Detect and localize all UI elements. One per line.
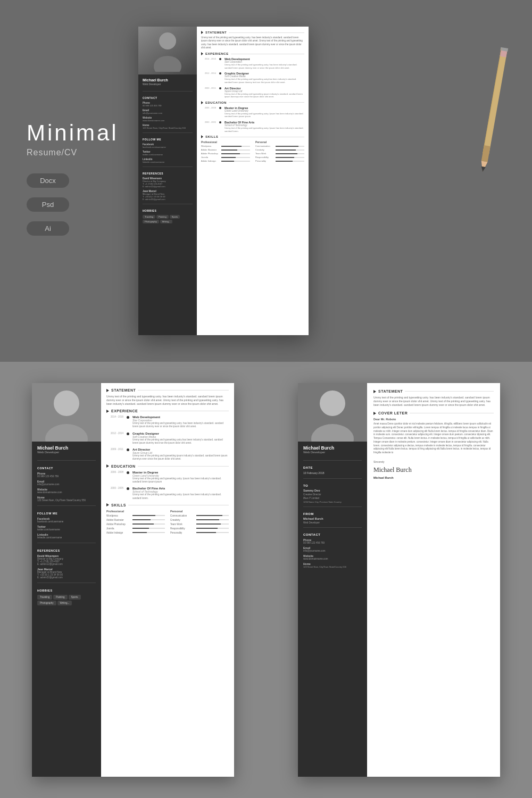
edu-detail-2: Bachelor Of Fine Arts School of Technolo…: [225, 121, 304, 132]
cv-phone: Phone 00 999 123 456 789: [138, 101, 197, 108]
skill-wp: Wordpress: [201, 145, 250, 147]
hobby-tags-main: Traveling Painting Sports Photography Wr…: [138, 213, 197, 225]
skills-header-b: SKILLS: [106, 503, 229, 507]
cv-home-b: Home 123 Street Nam, City/Town State/Cou…: [32, 495, 101, 503]
cv-ref-2: Jean Marcel Manager at Brand New T: +33 …: [138, 189, 197, 202]
chevron-exp-b: [106, 410, 109, 413]
exp-dot-2: [219, 72, 221, 74]
skill-pers: Personality: [255, 160, 304, 162]
chevron-skills: [201, 135, 203, 138]
skills-personal-col: Personal Communication Creativity Team W…: [255, 140, 304, 163]
top-section: Minimal Resume/CV Docx Psd Ai Michael Bu…: [0, 0, 532, 362]
cv-sidebar-bottom-left: Michael Burch Web Developer CONTACT Phon…: [32, 383, 101, 777]
exp-b-1: 2014 - 2016 Web Development Star Corpora…: [106, 415, 229, 429]
statement-header: STATEMENT: [201, 31, 304, 34]
exp-b-3: 2009 - 2011 Art Director Squre Group Ltd…: [106, 448, 229, 461]
cv-sidebar-main: Michael Burch Web Developer CONTACT Phon…: [138, 27, 197, 335]
experience-header: EXPERIENCE: [201, 52, 304, 55]
skills-professional-col: Professional Wordpress Adobe Illustrator…: [201, 140, 250, 163]
edu-b-1: 2006 - 2008 Master in Degree Green Land …: [106, 471, 229, 484]
exp-item-2: 2012 - 2014 Graphic Designer Soft Creati…: [201, 72, 304, 84]
edu-b-2: 2000 - 2005 Bachelor Of Fine Arts School…: [106, 487, 229, 500]
skills-row: Professional Wordpress Adobe Illustrator…: [201, 140, 304, 163]
hobby-photo: Photography: [143, 220, 159, 223]
bottom-right-preview: Michael Burch Web Developer DATE 10 Febr…: [266, 362, 532, 798]
edu-detail-1: Master in Degree Green Land University U…: [225, 106, 304, 118]
product-title: Minimal: [27, 121, 122, 145]
badge-ai: Ai: [27, 221, 69, 236]
cover-letter-content: STATEMENT Ummy text of the printing and …: [367, 383, 500, 777]
edu-dot-1: [219, 107, 221, 109]
svg-rect-4: [481, 145, 491, 162]
skill-joomla: Joomla: [201, 156, 250, 159]
section-line: [229, 32, 304, 33]
cv-linkedin: Linkedin linkedin.com/username: [138, 157, 197, 164]
cl-cover-header: COVER LETER: [373, 411, 494, 415]
references-section-title: REFERENCES: [138, 169, 197, 176]
skill-resp: Responsibility: [255, 156, 304, 159]
exp-dot-1: [219, 58, 221, 60]
resume-preview-bottom-right: Michael Burch Web Developer DATE 10 Febr…: [298, 383, 500, 777]
bottom-section: Michael Burch Web Developer CONTACT Phon…: [0, 362, 532, 798]
svg-point-1: [154, 56, 181, 72]
cl-statement-header: STATEMENT: [373, 389, 494, 393]
skills-line: [220, 137, 304, 137]
skills-header: SKILLS: [201, 135, 304, 138]
skill-comm: Communication: [255, 145, 304, 147]
education-header: EDUCATION: [201, 101, 304, 104]
bottom-left-preview: Michael Burch Web Developer CONTACT Phon…: [0, 362, 266, 798]
exp-dot-3: [219, 87, 221, 89]
svg-point-13: [320, 390, 345, 416]
cv-facebook: Facebook facebook.com/username: [138, 142, 197, 149]
statement-header-b: STATEMENT: [106, 388, 229, 392]
resume-preview-bottom-left: Michael Burch Web Developer CONTACT Phon…: [32, 383, 234, 777]
exp-detail-2: Graphic Designer Soft Creative Media Umm…: [225, 72, 304, 84]
edu-item-2: 2000 - 2005 Bachelor Of Fine Arts School…: [201, 121, 304, 132]
exp-detail-1: Web Development Star Corporation Ummy te…: [225, 57, 304, 69]
chevron-b: [106, 389, 109, 392]
svg-point-10: [54, 390, 79, 416]
edu-dot-2: [219, 121, 221, 123]
hobby-traveling: Traveling: [143, 215, 155, 219]
cv-name-area-b-left: Michael Burch Web Developer: [32, 442, 101, 458]
svg-marker-6: [480, 167, 486, 172]
cv-ref-2-b: Jean Marcel Manager at Brand New T: +33 …: [32, 567, 101, 580]
svg-point-0: [159, 32, 176, 49]
hobby-painting: Painting: [156, 215, 168, 219]
cv-photo-main: [138, 27, 197, 74]
skill-teamwork: Team Work: [255, 152, 304, 155]
hobbies-section-title: HOBBIES: [138, 206, 197, 213]
statement-b: Ummy text of the printing and typesettin…: [106, 395, 229, 406]
cv-linkedin-b: Linkedin linkedin.com/username: [32, 532, 101, 540]
chevron-experience: [201, 52, 203, 55]
cv-email: Email info@yourname.com: [138, 108, 197, 115]
cv-content-main: STATEMENT Ummy text of the printing and …: [197, 27, 309, 335]
pencil-decoration: [484, 43, 516, 202]
chevron-education: [201, 101, 203, 104]
cv-jobtitle-main: Web Developer: [143, 82, 193, 86]
svg-rect-2: [483, 48, 508, 154]
cv-ref-1-b: David Wisemann Director at Big Company T…: [32, 553, 101, 567]
skill-ps: Adobe Photoshop: [201, 152, 250, 155]
cv-home: Home 123 Street Nam, City/Town State/Cou…: [138, 123, 197, 130]
svg-rect-8: [483, 48, 502, 153]
exp-item-1: 2014 - 2016 Web Development Star Corpora…: [201, 57, 304, 69]
cv-photo-b-left: [32, 383, 101, 442]
signature: Michael Burch: [373, 466, 494, 474]
format-badges: Docx Psd Ai: [27, 173, 122, 241]
cv-twitter: Twitter twitter.com/username: [138, 149, 197, 157]
skill-creativity: Creativity: [255, 148, 304, 151]
statement-text: Ummy text of the printing and typesettin…: [201, 36, 304, 49]
exp-line: [231, 54, 304, 54]
cv-sidebar-cover: Michael Burch Web Developer DATE 10 Febr…: [298, 383, 367, 777]
exp-detail-3: Art Director Squre Group Ltd Ummy text o…: [225, 87, 304, 98]
cv-ref-1: David Wisemann Director at Big Company T…: [138, 176, 197, 189]
cv-email-b: Email info@yourname.com: [32, 479, 101, 487]
cv-website-b: Website www.domainname.com: [32, 487, 101, 495]
exp-item-3: 2009 - 2011 Art Director Squre Group Ltd…: [201, 87, 304, 98]
hobby-writing: Writing...: [160, 220, 173, 223]
cv-twitter-b: Twitter twitter.com/username: [32, 524, 101, 532]
follow-section-title: FOLLOW ME: [138, 135, 197, 142]
contact-section-title: CONTACT: [138, 94, 197, 101]
cv-name-main: Michael Burch: [143, 78, 193, 82]
